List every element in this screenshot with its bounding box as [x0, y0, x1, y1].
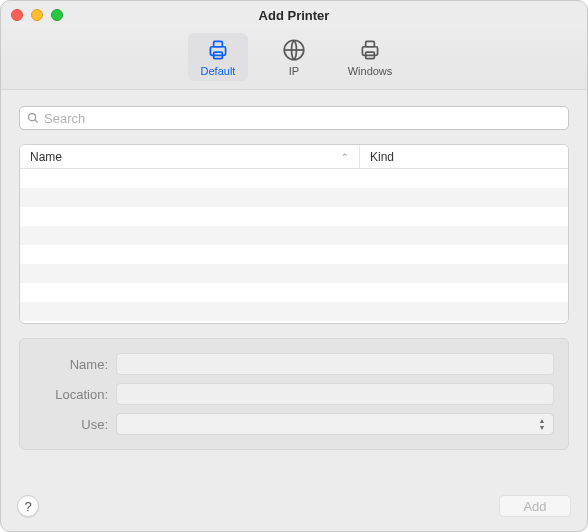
titlebar: Add Printer	[1, 1, 587, 29]
list-row-empty	[20, 302, 568, 321]
location-label: Location:	[34, 387, 108, 402]
list-row-empty	[20, 169, 568, 188]
column-header-name[interactable]: Name ⌃	[20, 145, 360, 168]
footer: ? Add	[1, 495, 587, 531]
add-printer-window: Add Printer Default IP Windows	[0, 0, 588, 532]
add-button[interactable]: Add	[499, 495, 571, 517]
printer-list: Name ⌃ Kind	[19, 144, 569, 324]
tab-label: IP	[289, 65, 299, 77]
tab-default[interactable]: Default	[188, 33, 248, 81]
column-label: Name	[30, 150, 62, 164]
sort-ascending-icon: ⌃	[341, 152, 349, 162]
column-header-kind[interactable]: Kind	[360, 145, 568, 168]
select-stepper-icon: ▲▼	[534, 416, 550, 432]
tab-ip[interactable]: IP	[264, 33, 324, 81]
location-field[interactable]	[116, 383, 554, 405]
printer-detail-form: Name: Location: Use: ▲▼	[19, 338, 569, 450]
svg-rect-4	[362, 47, 377, 56]
tab-label: Windows	[348, 65, 393, 77]
svg-rect-5	[366, 41, 375, 46]
tab-label: Default	[201, 65, 236, 77]
search-input[interactable]	[44, 111, 562, 126]
printer-icon	[205, 37, 231, 63]
toolbar: Default IP Windows	[1, 29, 587, 90]
list-header: Name ⌃ Kind	[20, 145, 568, 169]
svg-rect-1	[214, 41, 223, 46]
globe-icon	[281, 37, 307, 63]
help-button[interactable]: ?	[17, 495, 39, 517]
content-area: Name ⌃ Kind Name: Location:	[1, 90, 587, 495]
search-field[interactable]	[19, 106, 569, 130]
zoom-window-button[interactable]	[51, 9, 63, 21]
window-title: Add Printer	[259, 8, 330, 23]
list-row-empty	[20, 207, 568, 226]
svg-line-8	[35, 120, 38, 123]
help-icon: ?	[24, 499, 31, 514]
add-button-label: Add	[523, 499, 546, 514]
window-controls	[11, 9, 63, 21]
tab-windows[interactable]: Windows	[340, 33, 400, 81]
list-row-empty	[20, 283, 568, 302]
column-label: Kind	[370, 150, 394, 164]
printer-alt-icon	[357, 37, 383, 63]
name-field[interactable]	[116, 353, 554, 375]
svg-point-7	[29, 114, 36, 121]
svg-rect-0	[210, 47, 225, 56]
use-label: Use:	[34, 417, 108, 432]
list-row-empty	[20, 188, 568, 207]
name-label: Name:	[34, 357, 108, 372]
list-row-empty	[20, 264, 568, 283]
use-select[interactable]: ▲▼	[116, 413, 554, 435]
list-row-empty	[20, 226, 568, 245]
list-body	[20, 169, 568, 323]
minimize-window-button[interactable]	[31, 9, 43, 21]
list-row-empty	[20, 245, 568, 264]
close-window-button[interactable]	[11, 9, 23, 21]
search-icon	[26, 111, 40, 125]
